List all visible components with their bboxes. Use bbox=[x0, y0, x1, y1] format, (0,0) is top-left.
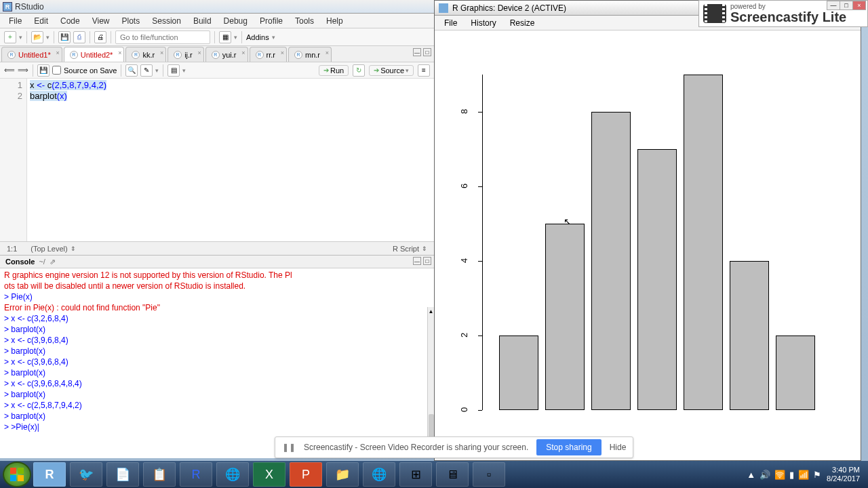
menu-view[interactable]: View bbox=[86, 15, 116, 27]
save-button[interactable]: 💾 bbox=[58, 31, 71, 43]
menu-file[interactable]: File bbox=[3, 15, 28, 27]
menu-plots[interactable]: Plots bbox=[116, 15, 146, 27]
tab-ij[interactable]: Rij.r× bbox=[167, 47, 204, 62]
r-file-icon: R bbox=[212, 51, 220, 59]
screencastify-watermark: powered by Screencastify Lite — □ × bbox=[698, 0, 868, 27]
pause-icon[interactable]: ❚❚ bbox=[282, 443, 296, 452]
source-button[interactable]: ➔Source ▾ bbox=[369, 65, 414, 76]
task-excel[interactable]: X bbox=[253, 462, 285, 487]
console-body[interactable]: R graphics engine version 12 is not supp… bbox=[0, 268, 434, 458]
menu-tools[interactable]: Tools bbox=[289, 15, 320, 27]
close-icon[interactable]: × bbox=[281, 49, 284, 56]
grid-button[interactable]: ▦ bbox=[219, 31, 231, 43]
menu-debug[interactable]: Debug bbox=[218, 15, 254, 27]
tab-yui[interactable]: Ryui.r× bbox=[205, 47, 248, 62]
save-script-button[interactable]: 💾 bbox=[37, 64, 50, 77]
scope-label[interactable]: (Top Level) bbox=[31, 245, 67, 253]
tab-rr[interactable]: Rrr.r× bbox=[250, 47, 287, 62]
stop-sharing-button[interactable]: Stop sharing bbox=[536, 439, 601, 455]
clock[interactable]: 3:40 PM 8/24/2017 bbox=[827, 466, 860, 483]
graphics-title: R Graphics: Device 2 (ACTIVE) bbox=[452, 3, 566, 13]
close-icon[interactable]: × bbox=[852, 1, 866, 10]
close-icon[interactable]: × bbox=[56, 49, 59, 56]
tab-untitled1[interactable]: RUntitled1*× bbox=[1, 47, 62, 62]
signal-icon[interactable]: 📶 bbox=[798, 470, 809, 480]
r-graphics-window: R Graphics: Device 2 (ACTIVE) File Histo… bbox=[434, 0, 861, 461]
task-powerpoint[interactable]: P bbox=[290, 462, 322, 487]
task-explorer[interactable]: 📁 bbox=[326, 462, 359, 487]
run-button[interactable]: ➔Run bbox=[319, 65, 349, 76]
task-rstudio[interactable]: R bbox=[33, 462, 66, 487]
goto-input[interactable] bbox=[115, 30, 210, 44]
svg-rect-0 bbox=[10, 468, 16, 474]
task-app-3[interactable]: 🖥 bbox=[436, 462, 469, 487]
editor-area[interactable]: 12 x <- c(2,5,8,7,9,4,2) barplot(x) bbox=[0, 79, 434, 241]
close-icon[interactable]: × bbox=[160, 49, 163, 56]
outline-button[interactable]: ≡ bbox=[418, 64, 430, 77]
tab-untitled2[interactable]: RUntitled2*× bbox=[64, 47, 125, 62]
battery-icon[interactable]: ▮ bbox=[789, 470, 794, 480]
volume-icon[interactable]: 🔊 bbox=[760, 470, 770, 480]
minimize-pane-icon[interactable]: — bbox=[413, 48, 421, 56]
back-icon[interactable]: ⟸ bbox=[4, 66, 15, 75]
gmenu-file[interactable]: File bbox=[437, 17, 464, 29]
bar bbox=[637, 149, 677, 410]
r-file-icon: R bbox=[174, 51, 182, 59]
console-path: ~/ bbox=[39, 258, 45, 266]
flag-icon[interactable]: ⚑ bbox=[813, 470, 821, 480]
task-app-4[interactable]: ▫ bbox=[473, 462, 505, 487]
min-icon[interactable]: — bbox=[827, 1, 840, 10]
menu-profile[interactable]: Profile bbox=[254, 15, 289, 27]
menu-help[interactable]: Help bbox=[320, 15, 349, 27]
menu-build[interactable]: Build bbox=[187, 15, 218, 27]
maximize-pane-icon[interactable]: □ bbox=[423, 48, 431, 56]
rstudio-titlebar[interactable]: R RStudio bbox=[0, 0, 434, 14]
task-app-1[interactable]: 🐦 bbox=[70, 462, 102, 487]
console-scrollbar[interactable]: ▲ ▼ bbox=[427, 307, 434, 449]
code-content[interactable]: x <- c(2,5,8,7,9,4,2) barplot(x) bbox=[27, 79, 434, 241]
new-file-button[interactable]: + bbox=[4, 31, 16, 43]
gmenu-history[interactable]: History bbox=[464, 17, 502, 29]
gmenu-resize[interactable]: Resize bbox=[503, 17, 542, 29]
task-rgui[interactable]: R bbox=[180, 462, 212, 487]
addins-button[interactable]: Addins bbox=[246, 33, 269, 41]
task-app-2[interactable]: ⊞ bbox=[399, 462, 432, 487]
print-button[interactable]: 🖨 bbox=[94, 31, 106, 43]
close-icon[interactable]: × bbox=[326, 49, 329, 56]
save-all-button[interactable]: ⎙ bbox=[73, 31, 85, 43]
start-button[interactable] bbox=[3, 462, 31, 487]
task-chrome-2[interactable]: 🌐 bbox=[363, 462, 395, 487]
fwd-icon[interactable]: ⟹ bbox=[18, 66, 28, 75]
hide-button[interactable]: Hide bbox=[610, 443, 627, 452]
menu-code[interactable]: Code bbox=[54, 15, 86, 27]
task-project[interactable]: 📋 bbox=[143, 462, 176, 487]
notebook-button[interactable]: ▤ bbox=[167, 64, 180, 77]
close-icon[interactable]: × bbox=[118, 49, 121, 56]
menu-edit[interactable]: Edit bbox=[28, 15, 54, 27]
wand-button[interactable]: ✎ bbox=[140, 64, 153, 77]
line-gutter: 12 bbox=[0, 79, 27, 241]
rerun-button[interactable]: ↻ bbox=[353, 64, 365, 77]
open-file-button[interactable]: 📂 bbox=[31, 31, 43, 43]
close-icon[interactable]: × bbox=[241, 49, 245, 56]
source-on-save-checkbox[interactable] bbox=[52, 66, 61, 75]
rstudio-icon: R bbox=[3, 2, 12, 12]
popout-icon[interactable]: ⇗ bbox=[50, 258, 56, 266]
banner-text: Screencastify - Screen Video Recorder is… bbox=[304, 443, 528, 452]
scroll-up-icon[interactable]: ▲ bbox=[428, 307, 434, 315]
tab-mn[interactable]: Rmn.r× bbox=[288, 47, 332, 62]
minimize-pane-icon[interactable]: — bbox=[413, 257, 421, 265]
tab-kk[interactable]: Rkk.r× bbox=[125, 47, 166, 62]
task-chrome[interactable]: 🌐 bbox=[216, 462, 249, 487]
tray-up-icon[interactable]: ▲ bbox=[747, 470, 755, 480]
filetype-label[interactable]: R Script bbox=[393, 245, 419, 253]
find-button[interactable]: 🔍 bbox=[125, 64, 138, 77]
max-icon[interactable]: □ bbox=[840, 1, 853, 10]
close-icon[interactable]: × bbox=[197, 49, 201, 56]
task-notepad[interactable]: 📄 bbox=[106, 462, 139, 487]
network-icon[interactable]: 🛜 bbox=[774, 470, 785, 480]
y-tick-label: 4 bbox=[459, 258, 469, 263]
menu-session[interactable]: Session bbox=[146, 15, 187, 27]
maximize-pane-icon[interactable]: □ bbox=[423, 257, 431, 265]
editor-status-bar: 1:1 (Top Level) ⇕ R Script ⇕ bbox=[0, 241, 434, 255]
